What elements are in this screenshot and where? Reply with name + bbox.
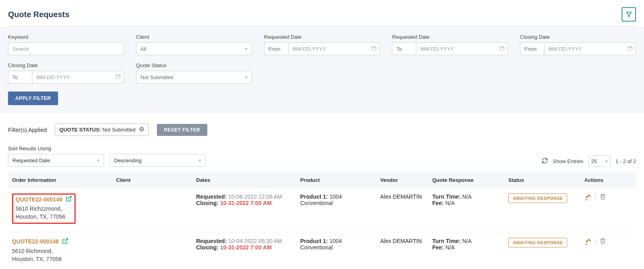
client-cell <box>112 238 192 263</box>
address-line2: Houston, TX, 77056 <box>12 255 108 263</box>
turn-time-label: Turn Time: <box>432 193 462 200</box>
vendor-cell: Alex DEMARTIN <box>376 238 428 263</box>
requested-from-prefix: From <box>264 42 288 55</box>
page-title: Quote Requests <box>8 10 69 19</box>
quote-id-link[interactable]: QUOTE22-000148 <box>12 238 68 245</box>
table-header-row: Order Information Client Dates Product V… <box>8 172 636 188</box>
dates-cell: Requested: 10-06-2022 12:06 AMClosing: 1… <box>192 193 296 224</box>
closing-label: Closing: <box>196 200 220 206</box>
closing-to-input[interactable] <box>32 71 124 84</box>
dates-cell: Requested: 10-04-2022 05:30 AMClosing: 1… <box>192 238 296 263</box>
col-client: Client <box>112 177 192 183</box>
status-select[interactable]: Not Submitted ▾ <box>136 71 252 84</box>
sort-label: Sort Results Using <box>8 145 206 151</box>
status-cell: AWAITING RESPONSE <box>504 193 580 224</box>
product-label: Product 1: <box>300 238 329 244</box>
turn-time-value: N/A <box>462 238 471 244</box>
applied-filter-chip: QUOTE STATUS: Not Submitted <box>55 124 148 136</box>
col-status: Status <box>504 177 580 183</box>
requested-to-input[interactable] <box>416 42 508 55</box>
response-cell: Turn Time: N/AFee: N/A <box>428 238 504 263</box>
address-line1: 5610 Richmond, <box>12 247 108 255</box>
sort-field-select[interactable]: Requested Date ▾ <box>8 154 104 167</box>
closing-to-prefix: To <box>8 71 32 84</box>
col-vendor: Vendor <box>376 177 428 183</box>
external-link-icon <box>66 195 72 203</box>
chevron-down-icon: ▾ <box>199 157 201 163</box>
chevron-down-icon: ▾ <box>97 157 100 163</box>
gavel-icon[interactable] <box>584 193 592 202</box>
chevron-down-icon: ▾ <box>245 74 248 80</box>
entries-per-page-select[interactable]: 25 ▾ <box>588 155 611 167</box>
vendor-cell: Alex DEMARTIN <box>376 193 428 224</box>
quotes-table: Order Information Client Dates Product V… <box>8 172 636 269</box>
status-cell: AWAITING RESPONSE <box>504 238 580 263</box>
action-separator: | <box>595 238 596 244</box>
requested-from-input[interactable] <box>288 42 380 55</box>
requested-to-label: Requested Date <box>392 34 508 40</box>
closing-label: Closing: <box>196 244 220 251</box>
actions-cell: | <box>580 238 624 263</box>
status-select-value: Not Submitted <box>140 74 173 80</box>
client-cell <box>112 193 192 224</box>
response-cell: Turn Time: N/AFee: N/A <box>428 193 504 224</box>
col-product: Product <box>296 177 376 183</box>
chip-value: Not Submitted <box>102 127 135 133</box>
apply-filter-button[interactable]: APPLY FILTER <box>8 92 58 105</box>
sort-direction-select[interactable]: Descending ▾ <box>110 154 206 167</box>
svg-line-20 <box>68 196 71 199</box>
closing-from-label: Closing Date <box>520 34 636 40</box>
fee-label: Fee: <box>432 244 445 251</box>
action-separator: | <box>595 193 596 200</box>
entries-value: 25 <box>591 158 597 164</box>
table-row: QUOTE22-000148 5610 Richmond,Houston, TX… <box>8 232 636 269</box>
filter-icon <box>626 11 632 18</box>
client-label: Client <box>136 34 252 40</box>
status-badge: AWAITING RESPONSE <box>508 238 567 247</box>
pagination-range: 1 - 2 of 2 <box>616 158 636 164</box>
col-dates: Dates <box>192 177 296 183</box>
actions-cell: | <box>580 193 624 224</box>
closing-from-prefix: From <box>520 42 544 55</box>
col-actions: Actions <box>580 177 624 183</box>
trash-icon[interactable] <box>600 238 606 245</box>
gavel-icon[interactable] <box>584 238 592 246</box>
trash-icon[interactable] <box>600 193 606 201</box>
chevron-down-icon: ▾ <box>605 158 608 164</box>
refresh-icon[interactable] <box>542 157 548 165</box>
fee-value: N/A <box>445 244 455 251</box>
sort-direction-value: Descending <box>114 157 142 163</box>
fee-value: N/A <box>445 200 455 206</box>
requested-value: 10-04-2022 05:30 AM <box>228 238 282 244</box>
turn-time-label: Turn Time: <box>432 238 462 244</box>
filters-applied-label: Filter(s) Applied <box>8 127 47 133</box>
show-entries-label: Show Entries <box>553 158 584 164</box>
turn-time-value: N/A <box>462 193 471 200</box>
keyword-input[interactable] <box>8 42 124 55</box>
external-link-icon <box>62 238 68 245</box>
col-order: Order Information <box>8 177 112 183</box>
chip-remove-icon[interactable] <box>139 126 144 133</box>
quote-id-link[interactable]: QUOTE22-000149 <box>16 195 72 203</box>
requested-value: 10-06-2022 12:06 AM <box>228 193 282 200</box>
closing-from-input[interactable] <box>544 42 636 55</box>
closing-value: 10-31-2022 7:00 AM <box>220 244 272 251</box>
table-row: QUOTE22-000149 5610 Richzzmond,Houston, … <box>8 188 636 232</box>
client-select[interactable]: All ▾ <box>136 42 252 55</box>
requested-from-label: Requested Date <box>264 34 380 40</box>
col-response: Quote Response <box>428 177 504 183</box>
closing-to-label: Closing Date <box>8 62 124 68</box>
status-badge: AWAITING RESPONSE <box>508 193 567 203</box>
svg-line-21 <box>64 239 67 241</box>
address-line2: Houston, TX, 77056 <box>16 213 72 221</box>
product-cell: Product 1: 1004 Conventional <box>296 238 376 263</box>
address-line1: 5610 Richzzmond, <box>16 205 72 213</box>
chevron-down-icon: ▾ <box>245 46 248 52</box>
product-cell: Product 1: 1004 Conventional <box>296 193 376 224</box>
keyword-label: Keyword <box>8 34 124 40</box>
chip-prefix: QUOTE STATUS: <box>59 127 102 133</box>
sort-field-value: Requested Date <box>12 157 50 163</box>
reset-filter-button[interactable]: RESET FILTER <box>157 124 207 136</box>
requested-label: Requested: <box>196 238 228 244</box>
filter-toggle-button[interactable] <box>622 7 636 22</box>
